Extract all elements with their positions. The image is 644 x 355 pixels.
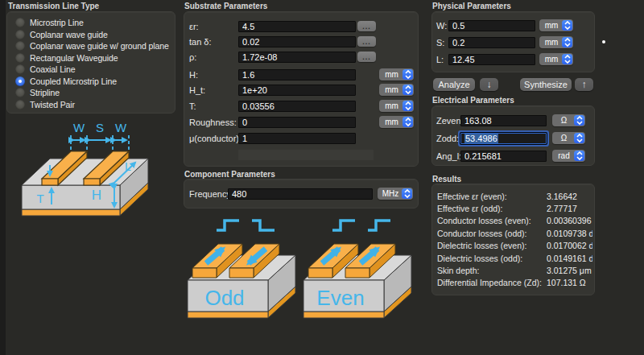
line-type-option-twisted-pair[interactable]: Twisted Pair (15, 99, 173, 110)
frequency-unit-select[interactable]: MHz (378, 188, 413, 200)
option-label: Coupled Microstrip Line (30, 76, 117, 86)
zeven-input[interactable] (460, 115, 547, 126)
rising-step-icon (332, 221, 355, 230)
unit-label: mm (539, 21, 562, 30)
tand-label: tan δ: (189, 37, 212, 47)
option-label: Coplanar wave guide w/ ground plane (30, 41, 169, 51)
line-type-option-microstrip[interactable]: Microstrip Line (15, 17, 173, 28)
ht-label: H_t: (189, 85, 205, 95)
unit-label: MHz (378, 189, 402, 198)
unit-label: mm (379, 101, 402, 110)
even-mode-diagram: Even (300, 215, 413, 329)
w-label: W: (436, 21, 447, 31)
unit-label: mm (539, 55, 562, 64)
result-row: Dielectric losses (odd):0.0149161 d (437, 252, 592, 264)
ground-plane-front (22, 209, 120, 216)
dim-label-t: T (36, 192, 43, 205)
chevron-up-down-icon (402, 117, 413, 127)
radio-selected-icon[interactable] (15, 76, 25, 86)
w-input[interactable] (448, 20, 535, 31)
line-type-option-coupled-microstrip[interactable]: Coupled Microstrip Line (15, 76, 173, 87)
l-input[interactable] (448, 54, 535, 65)
roughness-unit-select[interactable]: mm (379, 116, 414, 128)
chevron-up-down-icon (402, 101, 413, 111)
radio-icon[interactable] (15, 41, 25, 51)
chevron-up-down-icon (574, 133, 584, 143)
substrate-parameters-title: Substrate Parameters (184, 2, 267, 10)
physical-parameters-title: Physical Parameters (432, 2, 511, 10)
radio-icon[interactable] (15, 88, 25, 97)
roughness-input[interactable] (238, 117, 356, 128)
t-label: T: (189, 101, 196, 111)
h-unit-select[interactable]: mm (379, 68, 414, 80)
analyze-button[interactable]: Analyze (433, 78, 475, 91)
line-type-option-cpw[interactable]: Coplanar wave guide (15, 29, 173, 40)
line-type-option-cpw-ground[interactable]: Coplanar wave guide w/ ground plane (15, 40, 173, 52)
component-parameters-title: Component Parameters (184, 170, 275, 179)
ht-unit-select[interactable]: mm (379, 84, 414, 96)
t-unit-select[interactable]: mm (379, 100, 414, 112)
arrow-down-icon: ↓ (487, 79, 492, 90)
rho-input[interactable] (238, 52, 356, 63)
er-input[interactable] (238, 21, 356, 32)
results-list: Effective εr (even):3.16642 Effective εr… (437, 190, 592, 289)
option-label: Twisted Pair (30, 100, 75, 109)
chevron-up-down-icon (574, 115, 584, 126)
s-unit-select[interactable]: mm (539, 36, 573, 48)
zeven-unit-select[interactable]: Ω (552, 114, 585, 126)
line-type-option-rect-waveguide[interactable]: Rectangular Waveguide (15, 52, 173, 64)
angl-input[interactable] (460, 151, 547, 162)
transmission-line-type-group: Microstrip Line Coplanar wave guide Copl… (6, 11, 175, 114)
t-input[interactable] (238, 101, 356, 112)
synthesize-arrow-button[interactable]: ↑ (575, 78, 593, 91)
radio-icon[interactable] (15, 30, 25, 39)
empty-field-strip (238, 150, 374, 160)
ht-input[interactable] (238, 85, 356, 96)
line-type-option-stripline[interactable]: Stripline (15, 87, 173, 98)
dim-label-w-left: W (73, 121, 85, 134)
er-more-button[interactable]: ... (357, 21, 376, 31)
l-unit-select[interactable]: mm (539, 53, 573, 65)
chevron-up-down-icon (402, 85, 413, 95)
transmission-line-type-title: Transmission Line Type (8, 2, 99, 10)
frequency-input[interactable] (228, 188, 373, 200)
unit-label: mm (379, 118, 402, 126)
radio-icon[interactable] (15, 64, 25, 74)
angl-unit-select[interactable]: rad (552, 150, 585, 162)
electrical-parameters-title: Electrical Parameters (432, 96, 514, 105)
odd-mode-label: Odd (204, 286, 244, 310)
electrical-parameters-group: Zeven: Ω Zodd: 53.4986 Ω Ang_l: rad (431, 105, 595, 166)
zodd-input[interactable]: 53.4986 (460, 133, 547, 144)
w-unit-select[interactable]: mm (539, 19, 573, 31)
analyze-arrow-button[interactable]: ↓ (480, 78, 498, 91)
dim-label-h: H (92, 188, 101, 203)
tand-input[interactable] (238, 36, 356, 47)
unit-label: rad (552, 151, 574, 160)
odd-mode-diagram: Odd (184, 215, 297, 329)
l-label: L: (436, 55, 444, 64)
substrate-parameters-group: εr: ... tan δ: ... ρ: ... H: mm H_t: mm … (184, 11, 419, 167)
mu-conductor-input[interactable] (238, 133, 356, 144)
rho-more-button[interactable]: ... (357, 52, 376, 62)
unit-label: mm (539, 38, 562, 47)
tand-more-button[interactable]: ... (357, 36, 376, 47)
zodd-unit-select[interactable]: Ω (552, 132, 585, 144)
result-row: Conductor losses (even):0.00360396 (437, 215, 592, 227)
result-row: Effective εr (odd):2.77717 (437, 202, 592, 214)
radio-icon[interactable] (15, 100, 25, 109)
result-row: Effective εr (even):3.16642 (437, 190, 592, 202)
chevron-up-down-icon (574, 151, 584, 161)
radio-icon[interactable] (15, 53, 25, 63)
unit-label: mm (379, 70, 402, 79)
line-type-option-coaxial[interactable]: Coaxial Line (15, 64, 173, 75)
synthesize-button[interactable]: Synthesize (520, 78, 572, 91)
unit-label: Ω (552, 134, 574, 142)
angl-label: Ang_l: (436, 151, 461, 161)
radio-icon[interactable] (15, 18, 25, 27)
component-parameters-group: Frequency: MHz (184, 179, 419, 208)
app-window: { "colors":{"accent_blue":"#3574f6","dia… (0, 0, 644, 355)
result-row: Skin depth:3.01275 μm (437, 264, 592, 276)
s-input[interactable] (448, 37, 535, 48)
h-input[interactable] (238, 69, 356, 80)
zodd-label: Zodd: (436, 134, 459, 143)
